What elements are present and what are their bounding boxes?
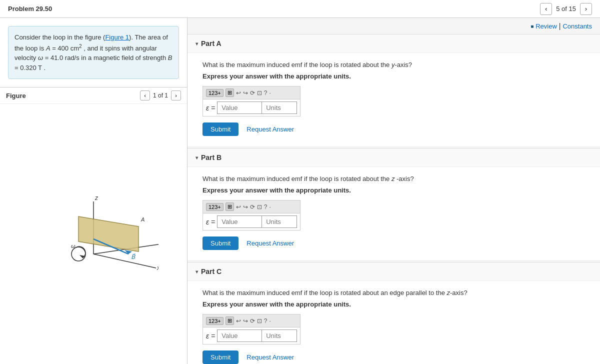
part-b-more-icon[interactable]: · <box>269 204 270 210</box>
part-c-toolbar-expand[interactable]: ⊞ <box>226 316 234 325</box>
part-a-units-input[interactable] <box>262 102 297 114</box>
part-b-toolbar: 123+ ⊞ ↩ ↪ ⟳ ⊡ ? · <box>203 200 300 214</box>
main-layout: Consider the loop in the figure (Figure … <box>0 18 600 364</box>
part-b-content: What is the maximum induced emf if the l… <box>188 167 600 260</box>
part-b-question: What is the maximum induced emf if the l… <box>202 175 590 182</box>
constants-link[interactable]: Constants <box>562 22 592 30</box>
part-a-help-icon[interactable]: ? <box>264 90 268 96</box>
part-b-submit-button[interactable]: Submit <box>202 236 238 250</box>
figure-page: 1 of 1 <box>153 92 168 99</box>
svg-point-11 <box>72 247 86 261</box>
part-a-answer-row: ε = <box>203 100 300 116</box>
part-a-actions: Submit Request Answer <box>202 122 590 136</box>
part-c-question: What is the maximum induced emf if the l… <box>202 289 590 296</box>
part-a-copy-icon[interactable]: ⊡ <box>257 90 262 96</box>
figure-nav: ‹ 1 of 1 › <box>140 90 181 100</box>
nav-count: 5 of 15 <box>556 5 576 12</box>
part-c-value-input[interactable] <box>217 330 262 342</box>
part-a-instruction: Express your answer with the appropriate… <box>202 72 590 80</box>
svg-line-0 <box>94 254 156 268</box>
svg-text:x: x <box>156 264 158 272</box>
navigation: ‹ 5 of 15 › <box>540 3 592 15</box>
part-b-undo-icon[interactable]: ↩ <box>236 204 241 210</box>
part-a-request-link[interactable]: Request Answer <box>246 126 294 133</box>
part-c-copy-icon[interactable]: ⊡ <box>257 318 262 324</box>
left-panel: Consider the loop in the figure (Figure … <box>0 18 188 364</box>
part-a-question: What is the maximum induced emf if the l… <box>202 61 590 68</box>
part-a-toolbar: 123+ ⊞ ↩ ↪ ⟳ ⊡ ? · <box>203 86 300 100</box>
part-b-answer-box: 123+ ⊞ ↩ ↪ ⟳ ⊡ ? · ε = <box>202 200 300 230</box>
right-panel[interactable]: Review | Constants ▾ Part A What is the … <box>188 18 600 364</box>
link-separator: | <box>559 22 561 30</box>
part-b-request-link[interactable]: Request Answer <box>246 240 294 247</box>
part-c-answer-box: 123+ ⊞ ↩ ↪ ⟳ ⊡ ? · ε = <box>202 314 300 344</box>
part-c-answer-row: ε = <box>203 328 300 344</box>
part-b-header[interactable]: ▾ Part B <box>188 148 600 167</box>
svg-text:A: A <box>140 216 144 222</box>
part-a-header[interactable]: ▾ Part A <box>188 34 600 53</box>
part-c-redo-icon[interactable]: ↪ <box>243 318 248 324</box>
part-b-redo-icon[interactable]: ↪ <box>243 204 248 210</box>
part-c-toolbar-123[interactable]: 123+ <box>206 317 224 325</box>
part-b-instruction: Express your answer with the appropriate… <box>202 186 590 194</box>
part-b-value-input[interactable] <box>217 216 262 228</box>
part-a-answer-box: 123+ ⊞ ↩ ↪ ⟳ ⊡ ? · ε = <box>202 86 300 116</box>
part-b-answer-row: ε = <box>203 214 300 230</box>
part-a-toolbar-123[interactable]: 123+ <box>206 89 224 97</box>
top-bar: Problem 29.50 ‹ 5 of 15 › <box>0 0 600 18</box>
part-b-help-icon[interactable]: ? <box>264 204 268 210</box>
prev-button[interactable]: ‹ <box>540 3 552 15</box>
part-a-content: What is the maximum induced emf if the l… <box>188 53 600 146</box>
part-c-actions: Submit Request Answer <box>202 350 590 364</box>
next-nav-button[interactable]: › <box>580 3 592 15</box>
part-c-arrow: ▾ <box>196 269 198 274</box>
part-b-toolbar-123[interactable]: 123+ <box>206 203 224 211</box>
figure-prev-button[interactable]: ‹ <box>140 90 150 100</box>
top-links: Review | Constants <box>188 18 600 34</box>
part-b-epsilon: ε = <box>206 218 215 226</box>
part-c-content: What is the maximum induced emf if the l… <box>188 281 600 364</box>
part-a-section: ▾ Part A What is the maximum induced emf… <box>188 34 600 146</box>
part-a-value-input[interactable] <box>217 102 262 114</box>
part-c-section: ▾ Part C What is the maximum induced emf… <box>188 262 600 364</box>
part-c-help-icon[interactable]: ? <box>264 318 268 324</box>
part-a-timer-icon[interactable]: ⟳ <box>250 90 255 96</box>
part-b-section: ▾ Part B What is the maximum induced emf… <box>188 148 600 260</box>
part-a-undo-icon[interactable]: ↩ <box>236 90 241 96</box>
svg-marker-6 <box>78 216 138 252</box>
svg-text:z: z <box>94 194 98 202</box>
part-c-more-icon[interactable]: · <box>269 318 270 324</box>
problem-text: Consider the loop in the figure (Figure … <box>8 26 179 79</box>
figure-label: Figure <box>6 92 26 100</box>
part-c-epsilon: ε = <box>206 332 215 340</box>
part-a-more-icon[interactable]: · <box>269 90 270 96</box>
part-c-submit-button[interactable]: Submit <box>202 350 238 364</box>
svg-text:B⃗: B⃗ <box>131 253 136 260</box>
part-c-instruction: Express your answer with the appropriate… <box>202 300 590 308</box>
figure-section: Figure ‹ 1 of 1 › x y <box>0 87 187 364</box>
svg-text:ω: ω <box>71 243 76 249</box>
figure-next-button[interactable]: › <box>171 90 181 100</box>
part-b-actions: Submit Request Answer <box>202 236 590 250</box>
part-a-redo-icon[interactable]: ↪ <box>243 90 248 96</box>
figure-header: Figure ‹ 1 of 1 › <box>0 88 187 104</box>
part-b-timer-icon[interactable]: ⟳ <box>250 204 255 210</box>
part-c-timer-icon[interactable]: ⟳ <box>250 318 255 324</box>
part-c-request-link[interactable]: Request Answer <box>246 354 294 361</box>
part-c-label: Part C <box>201 268 222 276</box>
figure-svg: x y z A B⃗ ω <box>28 194 158 274</box>
part-c-toolbar: 123+ ⊞ ↩ ↪ ⟳ ⊡ ? · <box>203 314 300 328</box>
part-c-units-input[interactable] <box>262 330 297 342</box>
part-b-toolbar-expand[interactable]: ⊞ <box>226 202 234 211</box>
part-b-label: Part B <box>201 154 222 162</box>
part-a-label: Part A <box>201 40 222 48</box>
part-c-header[interactable]: ▾ Part C <box>188 262 600 281</box>
problem-title: Problem 29.50 <box>8 5 52 12</box>
review-link[interactable]: Review <box>530 22 557 30</box>
part-a-toolbar-expand[interactable]: ⊞ <box>226 88 234 97</box>
part-b-units-input[interactable] <box>262 216 297 228</box>
part-a-submit-button[interactable]: Submit <box>202 122 238 136</box>
part-c-undo-icon[interactable]: ↩ <box>236 318 241 324</box>
figure-link[interactable]: Figure 1 <box>105 34 129 41</box>
part-b-copy-icon[interactable]: ⊡ <box>257 204 262 210</box>
